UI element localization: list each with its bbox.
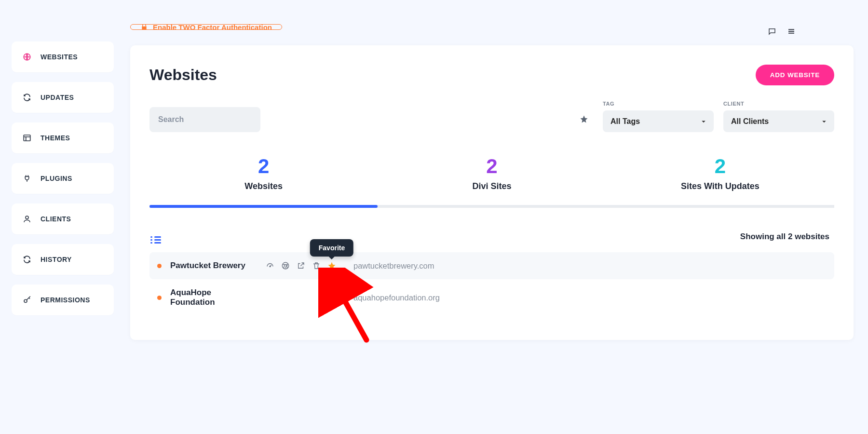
lock-icon [140,24,148,30]
list-view-toggle[interactable] [154,232,164,241]
table-row[interactable]: AquaHope Foundation aquahopefoundation.o… [149,279,834,316]
sidebar-item-clients[interactable]: CLIENTS [12,203,114,234]
menu-icon[interactable] [787,27,796,38]
row-actions: Favorite [266,261,336,270]
grid-view-toggle[interactable] [171,232,180,241]
sidebar-item-websites[interactable]: WEBSITES [12,41,114,72]
status-dot [157,264,162,268]
topbar-icons [768,27,796,38]
client-select[interactable]: All Clients [723,110,834,132]
status-dot [157,296,162,300]
stat-value: 2 [149,156,378,176]
stats-tabs: 2 Websites 2 Divi Sites 2 Sites With Upd… [149,156,834,208]
sidebar-item-themes[interactable]: THEMES [12,122,114,153]
sidebar: WEBSITES UPDATES THEMES PLUGINS CLIENTS [0,30,125,340]
websites-card: Websites ADD WEBSITE TAG All Tags CLIENT [130,45,854,340]
dashboard-icon[interactable] [266,261,274,270]
sidebar-item-plugins[interactable]: PLUGINS [12,163,114,194]
sidebar-item-permissions[interactable]: PERMISSIONS [12,285,114,315]
favorites-filter-icon[interactable] [580,115,588,125]
trash-icon[interactable] [312,261,321,270]
showing-count: Showing all 2 websites [740,232,829,242]
external-link-icon[interactable] [297,261,305,270]
site-url: aquahopefoundation.org [353,293,440,302]
sidebar-item-label: HISTORY [41,256,72,263]
chat-icon[interactable] [768,27,776,38]
svg-point-4 [270,266,271,267]
svg-point-3 [24,299,27,302]
client-filter: CLIENT All Clients [723,101,834,132]
star-icon[interactable]: Favorite [327,261,336,270]
stat-value: 2 [378,156,606,176]
two-factor-alert[interactable]: Enable TWO Factor Authentication [130,24,282,30]
history-icon [22,255,32,264]
svg-rect-1 [24,135,30,141]
stat-label: Divi Sites [378,181,606,191]
globe-icon [22,52,32,62]
table-row[interactable]: Pawtucket Brewery Favorite pawtucketbrew… [149,252,834,279]
sidebar-item-updates[interactable]: UPDATES [12,82,114,113]
website-rows: Pawtucket Brewery Favorite pawtucketbrew… [149,252,834,316]
sidebar-item-label: WEBSITES [41,53,78,61]
add-website-button[interactable]: ADD WEBSITE [756,65,834,85]
plug-icon [22,174,32,183]
tag-select[interactable]: All Tags [603,110,714,132]
layout-icon [22,133,32,143]
alert-label: Enable TWO Factor Authentication [153,24,272,30]
tag-filter: TAG All Tags [603,101,714,132]
sidebar-item-label: PERMISSIONS [41,296,90,304]
tag-filter-label: TAG [603,101,714,107]
list-header: Showing all 2 websites [149,232,834,242]
stat-label: Sites With Updates [606,181,834,191]
favorite-tooltip: Favorite [310,239,353,257]
active-tab-indicator [149,205,378,208]
sidebar-item-label: THEMES [41,134,70,142]
page-title: Websites [149,66,217,84]
main: Enable TWO Factor Authentication Website… [125,30,868,340]
key-icon [22,295,32,305]
stat-websites[interactable]: 2 Websites [149,156,378,205]
user-icon [22,214,32,224]
site-name: Pawtucket Brewery [170,261,257,271]
search-input[interactable] [149,107,260,132]
stat-label: Websites [149,181,378,191]
stat-divi-sites[interactable]: 2 Divi Sites [378,156,606,205]
sidebar-item-label: UPDATES [41,94,74,101]
client-filter-label: CLIENT [723,101,834,107]
refresh-icon [22,93,32,102]
wordpress-icon[interactable] [281,261,290,270]
sidebar-item-history[interactable]: HISTORY [12,244,114,275]
svg-point-2 [26,216,28,219]
sidebar-item-label: PLUGINS [41,175,72,182]
site-url: pawtucketbrewery.com [353,261,434,271]
stat-updates[interactable]: 2 Sites With Updates [606,156,834,205]
stat-value: 2 [606,156,834,176]
site-name: AquaHope Foundation [170,288,257,307]
sidebar-item-label: CLIENTS [41,215,71,223]
filters: TAG All Tags CLIENT All Clients [149,101,834,132]
